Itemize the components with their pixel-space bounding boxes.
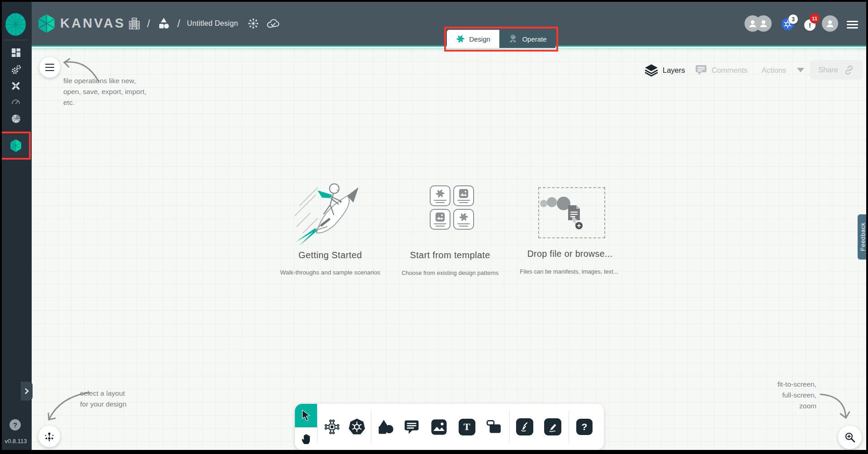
image-icon: [435, 212, 445, 222]
kanvas-logo-text: KANVAS: [60, 16, 125, 31]
notifications-button[interactable]: ! 11: [804, 19, 816, 31]
share-link-icon: [844, 65, 854, 76]
share-label: Share: [818, 66, 838, 74]
notification-count-badge: 11: [810, 14, 820, 24]
swirl-icon: [459, 212, 469, 222]
breadcrumb-separator: /: [177, 17, 180, 30]
note-tool[interactable]: [483, 416, 505, 438]
share-button[interactable]: Share: [810, 60, 863, 80]
comments-icon: [695, 64, 707, 76]
toolbar-divider: [569, 411, 569, 443]
layout-graph-icon: [43, 431, 55, 442]
image-icon: [431, 419, 447, 435]
getting-started-title[interactable]: Getting Started: [262, 250, 398, 260]
template-previews[interactable]: [430, 185, 474, 230]
comments-label: Comments: [711, 66, 748, 75]
layout-select-button[interactable]: [38, 426, 60, 447]
pencil-icon: [547, 421, 558, 432]
user-avatar[interactable]: [822, 15, 838, 32]
annotation-arrow-zoom: [817, 388, 855, 424]
kubernetes-context-button[interactable]: 3: [781, 17, 795, 33]
dashboard-icon: [11, 47, 21, 58]
sidebar-item-kanvas[interactable]: [2, 134, 30, 157]
help-tile: ?: [576, 419, 593, 435]
collaborator-avatars[interactable]: [745, 0, 772, 47]
comments-toggle[interactable]: Comments: [695, 61, 748, 80]
template-title[interactable]: Start from template: [394, 250, 507, 260]
help-button[interactable]: ?: [9, 419, 21, 430]
sidebar-item-lifecycle[interactable]: [0, 62, 32, 76]
file-dropzone[interactable]: [538, 187, 605, 238]
header-menu-button[interactable]: [847, 19, 858, 30]
template-tile: [430, 185, 451, 206]
operate-headset-icon: [508, 34, 518, 44]
left-sidebar: ? v0.8.113: [0, 0, 32, 454]
tab-operate[interactable]: Operate: [499, 30, 555, 48]
designs-icon[interactable]: [157, 17, 171, 30]
actions-dropdown[interactable]: Actions: [762, 61, 804, 80]
kanvas-icon: [10, 139, 22, 152]
kubernetes-icon: [348, 418, 366, 436]
version-label: v0.8.113: [0, 438, 32, 445]
getting-started-subtitle: Walk-throughs and sample scenarios: [256, 269, 405, 276]
feedback-tab[interactable]: Feedback: [858, 214, 868, 260]
sketch-tool[interactable]: [542, 416, 564, 438]
sidebar-item-extensions[interactable]: [0, 112, 32, 125]
sidebar-item-dashboard[interactable]: [0, 46, 32, 59]
drop-title[interactable]: Drop file or browse...: [507, 249, 633, 259]
breadcrumb-separator: /: [147, 17, 150, 30]
tab-design-label: Design: [469, 35, 490, 43]
hand-icon: [300, 432, 313, 445]
shapes-tool[interactable]: [375, 416, 396, 438]
comment-tool[interactable]: [401, 416, 422, 438]
collaborator-avatar: [745, 15, 761, 32]
annotation-layout: select a layout for your design: [80, 388, 127, 410]
annotation-zoom: fit-to-screen, full-screen, zoom: [769, 379, 816, 411]
annotation-file-ops: file operations like new, open, save, ex…: [63, 76, 147, 108]
toolbar-divider: [317, 411, 318, 443]
cursor-icon: [300, 409, 312, 422]
sketch-tool-tile: [544, 418, 561, 435]
kubernetes-tool[interactable]: [346, 416, 368, 438]
sidebar-divider: [4, 40, 28, 40]
meshery-logo-icon[interactable]: [5, 13, 26, 36]
pen-tool[interactable]: [514, 416, 536, 438]
organization-icon[interactable]: [128, 17, 140, 30]
cloud-saved-icon: [266, 18, 280, 29]
chevron-right-icon: [24, 388, 29, 394]
sidebar-item-configuration[interactable]: [0, 79, 32, 93]
layers-toggle[interactable]: Layers: [644, 61, 685, 80]
tools-icon: [10, 80, 21, 91]
help-glyph: ?: [13, 421, 17, 429]
feedback-label: Feedback: [859, 222, 866, 251]
sidebar-item-performance[interactable]: [0, 95, 32, 109]
environment-icon[interactable]: [247, 18, 259, 29]
template-subtitle: Choose from existing design patterns: [384, 270, 516, 276]
canvas-menu-button[interactable]: [39, 57, 60, 78]
shapes-icon: [377, 419, 394, 435]
getting-started-illustration[interactable]: [289, 178, 373, 249]
toolbar-help[interactable]: ?: [574, 416, 595, 438]
zoom-button[interactable]: [838, 426, 862, 449]
drop-subtitle: Files can be manifests, images, text...: [501, 268, 637, 275]
template-tile: [453, 185, 474, 206]
breadcrumb: / / Untitled Design: [128, 0, 280, 47]
swirl-icon: [435, 189, 445, 199]
kanvas-brand: KANVAS: [38, 0, 125, 47]
select-tool[interactable]: [295, 404, 317, 427]
design-name[interactable]: Untitled Design: [187, 19, 238, 28]
actions-label: Actions: [762, 66, 786, 75]
pan-tool[interactable]: [295, 427, 317, 450]
sidebar-expand-button[interactable]: [21, 382, 33, 401]
kanvas-logo-icon: [38, 14, 55, 33]
image-tool[interactable]: [428, 416, 450, 438]
tab-design[interactable]: Design: [447, 30, 499, 48]
extensions-icon: [10, 113, 22, 124]
note-icon: [485, 419, 503, 435]
component-tool[interactable]: [321, 416, 343, 438]
mode-tabs: Design Operate: [447, 30, 555, 48]
layers-icon: [644, 63, 659, 77]
toolbar-divider: [509, 411, 510, 443]
layers-label: Layers: [663, 66, 685, 75]
text-tool[interactable]: T: [456, 416, 478, 438]
